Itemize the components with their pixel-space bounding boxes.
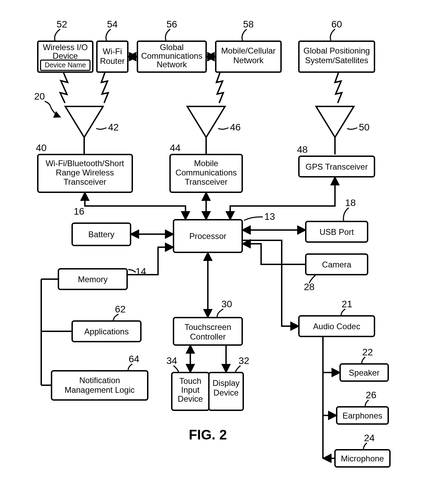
audio-codec-label: Audio Codec xyxy=(313,322,360,331)
wireless-io-label1: Wireless I/O xyxy=(43,43,88,52)
antenna-42-icon xyxy=(65,106,103,154)
tsctrl-l1: Touchscreen xyxy=(184,322,231,332)
gcn-l1: Global xyxy=(160,43,183,52)
display-l2: Device xyxy=(213,388,238,397)
gcn-l3: Network xyxy=(157,60,187,69)
ref-46: 46 xyxy=(230,122,240,133)
notif-l2: Management Logic xyxy=(65,385,135,394)
wifi-trx-l3: Transceiver xyxy=(64,177,106,186)
ref-48: 48 xyxy=(297,144,307,155)
camera-label: Camera xyxy=(322,260,351,269)
block-diagram: Wireless I/O Device Device Name Wi-Fi Ro… xyxy=(0,0,426,504)
device-name-label: Device Name xyxy=(45,61,86,69)
ref-42: 42 xyxy=(108,122,119,133)
usb-label: USB Port xyxy=(320,227,354,237)
ref-58: 58 xyxy=(243,19,254,30)
ref-32: 32 xyxy=(238,355,249,366)
ref-26: 26 xyxy=(366,390,376,400)
ref-30: 30 xyxy=(221,299,232,309)
gps-sat-l1: Global Positioning xyxy=(303,46,370,55)
ref-56: 56 xyxy=(166,19,177,30)
mob-trx-l1: Mobile xyxy=(194,159,218,168)
ref-52: 52 xyxy=(56,19,67,30)
speaker-label: Speaker xyxy=(349,368,379,377)
touchinp-l3: Device xyxy=(178,394,203,403)
ref-64: 64 xyxy=(128,354,139,364)
ref-18: 18 xyxy=(345,197,356,208)
ref-40: 40 xyxy=(36,142,46,153)
antenna-46-icon xyxy=(187,106,225,154)
ref-62: 62 xyxy=(115,304,125,314)
mobnet-l1: Mobile/Cellular xyxy=(221,46,276,55)
touchinp-l1: Touch xyxy=(179,376,201,386)
memory-label: Memory xyxy=(78,275,108,284)
ref-34: 34 xyxy=(166,355,177,366)
wireless-io-label2: Device xyxy=(53,51,78,60)
figure-label: FIG. 2 xyxy=(189,427,227,442)
wifi-router-l2: Router xyxy=(100,56,125,66)
mob-trx-l3: Transceiver xyxy=(185,177,227,186)
ref-20: 20 xyxy=(34,91,45,102)
display-l1: Display xyxy=(213,378,240,388)
ref-22: 22 xyxy=(362,347,373,357)
battery-label: Battery xyxy=(88,230,114,239)
wifi-router-l1: Wi-Fi xyxy=(103,47,122,56)
gps-sat-l2: System/Satellites xyxy=(305,56,368,65)
tsctrl-l2: Controller xyxy=(190,332,226,341)
antenna-50-icon xyxy=(316,106,354,154)
ref-54: 54 xyxy=(107,19,117,30)
apps-label: Applications xyxy=(84,327,128,336)
ref-60: 60 xyxy=(331,19,342,30)
earphones-label: Earphones xyxy=(343,411,382,420)
gps-trx: GPS Transceiver xyxy=(305,162,368,171)
ref-50: 50 xyxy=(359,122,369,133)
mob-trx-l2: Communications xyxy=(176,168,237,177)
touchinp-l2: Input xyxy=(181,385,200,394)
processor-label: Processor xyxy=(189,231,226,241)
ref-13: 13 xyxy=(264,211,275,222)
mobnet-l2: Network xyxy=(233,56,264,65)
notif-l1: Notification xyxy=(79,376,120,385)
ref-16: 16 xyxy=(74,206,84,217)
ref-44: 44 xyxy=(170,142,180,153)
wifi-trx-l1: Wi-Fi/Bluetooth/Short xyxy=(46,159,124,168)
ref-21: 21 xyxy=(341,299,352,309)
gcn-l2: Communications xyxy=(141,51,203,60)
ref-24: 24 xyxy=(364,433,374,443)
wifi-trx-l2: Range Wireless xyxy=(56,168,114,177)
microphone-label: Microphone xyxy=(341,454,384,463)
